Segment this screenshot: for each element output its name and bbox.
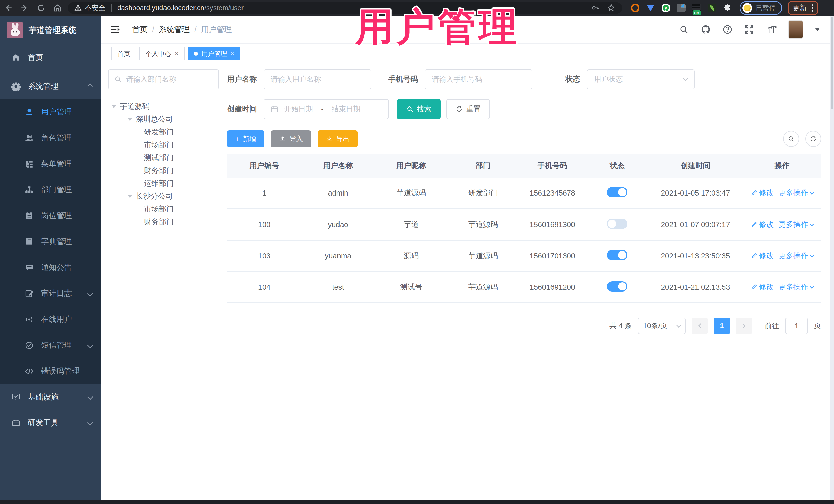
- tree-node[interactable]: 市场部门: [108, 138, 219, 151]
- user-avatar[interactable]: [788, 20, 803, 39]
- goto-page-input[interactable]: 1: [785, 318, 808, 334]
- tab-profile[interactable]: 个人中心 ×: [139, 47, 184, 60]
- edit-link[interactable]: 修改: [751, 251, 774, 261]
- tab-user-mgmt[interactable]: 用户管理 ×: [188, 47, 240, 60]
- tab-close-icon[interactable]: ×: [231, 50, 234, 57]
- bookmark-star-icon[interactable]: [607, 4, 615, 12]
- extension-orange-icon[interactable]: [631, 4, 639, 12]
- breadcrumb-home[interactable]: 首页: [132, 24, 148, 35]
- browser-update-button[interactable]: 更新: [788, 1, 818, 15]
- refresh-table-button[interactable]: [805, 131, 821, 147]
- page-size-select[interactable]: 10条/页: [638, 318, 686, 334]
- status-toggle[interactable]: [607, 187, 628, 197]
- sidebar-item-role-mgmt[interactable]: 角色管理: [0, 125, 101, 151]
- import-button[interactable]: 导入: [271, 130, 311, 147]
- sidebar-item-errcode-mgmt[interactable]: 错误码管理: [0, 358, 101, 384]
- toggle-search-button[interactable]: [783, 131, 799, 147]
- sidebar-item-online-users[interactable]: 在线用户: [0, 306, 101, 332]
- scrollbar-thumb[interactable]: [831, 17, 833, 109]
- browser-back-button[interactable]: [0, 4, 17, 12]
- help-icon[interactable]: [723, 25, 732, 35]
- extension-grid-icon[interactable]: [677, 4, 686, 12]
- sidebar-item-audit-log[interactable]: 审计日志: [0, 281, 101, 306]
- edit-link[interactable]: 修改: [751, 219, 774, 230]
- browser-home-button[interactable]: [49, 4, 66, 12]
- status-toggle[interactable]: [607, 281, 628, 291]
- sidebar-item-home[interactable]: 首页: [0, 45, 101, 70]
- search-button[interactable]: 搜索: [397, 99, 441, 119]
- sidebar-collapse-button[interactable]: [111, 25, 122, 35]
- extension-gem-icon[interactable]: [646, 4, 655, 12]
- sidebar-item-notice[interactable]: 通知公告: [0, 255, 101, 281]
- tree-node[interactable]: 市场部门: [108, 203, 219, 216]
- add-button[interactable]: + 新增: [227, 130, 264, 147]
- prev-page-button[interactable]: [692, 318, 708, 334]
- tree-node-label: 市场部门: [144, 204, 174, 214]
- sidebar-item-dept-mgmt[interactable]: 部门管理: [0, 177, 101, 203]
- browser-forward-button[interactable]: [17, 4, 33, 12]
- mobile-input[interactable]: 请输入手机号码: [425, 69, 532, 89]
- extension-leaf-icon[interactable]: [708, 4, 717, 12]
- tree-node[interactable]: 运维部门: [108, 177, 219, 190]
- sidebar-item-sms-mgmt[interactable]: 短信管理: [0, 332, 101, 358]
- security-indicator[interactable]: 不安全: [74, 3, 106, 13]
- browser-reload-button[interactable]: [33, 4, 49, 12]
- tab-close-icon[interactable]: ×: [175, 50, 178, 57]
- github-icon[interactable]: [701, 24, 711, 35]
- dept-search-input[interactable]: 请输入部门名称: [108, 69, 219, 89]
- caret-down-icon[interactable]: [112, 105, 116, 108]
- sidebar-item-system[interactable]: 系统管理: [0, 73, 101, 99]
- reset-button-label: 重置: [466, 104, 481, 114]
- edit-link[interactable]: 修改: [751, 282, 774, 292]
- more-actions-link[interactable]: 更多操作: [778, 251, 813, 261]
- status-toggle[interactable]: [607, 250, 628, 260]
- sidebar-item-dict-mgmt[interactable]: 字典管理: [0, 229, 101, 255]
- sidebar-item-post-mgmt[interactable]: 岗位管理: [0, 203, 101, 229]
- vertical-scrollbar[interactable]: [830, 16, 834, 500]
- font-size-icon[interactable]: [766, 25, 776, 35]
- tree-node[interactable]: 芋道源码: [108, 100, 219, 113]
- sidebar-item-label: 字典管理: [41, 236, 72, 247]
- sidebar-item-user-mgmt[interactable]: 用户管理: [0, 99, 101, 125]
- tree-node[interactable]: 测试部门: [108, 151, 219, 164]
- tree-node[interactable]: 深圳总公司: [108, 113, 219, 126]
- reset-button[interactable]: 重置: [446, 99, 490, 119]
- more-actions-link[interactable]: 更多操作: [778, 219, 813, 230]
- status-select[interactable]: 用户状态: [587, 69, 695, 89]
- table-header-row: 用户编号 用户名称 用户昵称 部门 手机号码 状态 创建时间 操作: [227, 154, 821, 178]
- app-logo[interactable]: 芋道管理系统: [0, 16, 101, 45]
- avatar-caret-icon[interactable]: [815, 28, 820, 31]
- export-button[interactable]: 导出: [318, 130, 358, 147]
- edit-link[interactable]: 修改: [751, 188, 774, 198]
- tab-home[interactable]: 首页: [111, 47, 136, 60]
- fullscreen-icon[interactable]: [744, 25, 754, 35]
- extension-puzzle-icon[interactable]: [723, 4, 732, 12]
- col-status: 状态: [586, 154, 648, 178]
- caret-down-icon[interactable]: [128, 195, 132, 198]
- browser-menu-icon[interactable]: [812, 4, 813, 12]
- date-range-input[interactable]: 开始日期 - 结束日期: [264, 99, 389, 119]
- extension-green-icon[interactable]: y: [662, 4, 670, 12]
- sidebar-item-devtools[interactable]: 研发工具: [0, 410, 101, 436]
- sidebar-item-label: 在线用户: [41, 314, 72, 325]
- status-toggle[interactable]: [607, 219, 628, 229]
- sidebar-item-menu-mgmt[interactable]: 菜单管理: [0, 151, 101, 177]
- tree-node[interactable]: 研发部门: [108, 126, 219, 138]
- search-icon[interactable]: [679, 25, 689, 35]
- key-icon[interactable]: [591, 4, 599, 12]
- tree-node[interactable]: 财务部门: [108, 164, 219, 177]
- tree-node[interactable]: 长沙分公司: [108, 190, 219, 203]
- breadcrumb-system[interactable]: 系统管理: [159, 24, 190, 35]
- username-input[interactable]: 请输入用户名称: [264, 69, 371, 89]
- extension-tabs-icon[interactable]: on: [692, 4, 701, 12]
- tree-node[interactable]: 财务部门: [108, 216, 219, 228]
- url-bar[interactable]: 不安全 dashboard.yudao.iocoder.cn/system/us…: [68, 2, 622, 14]
- current-page-button[interactable]: 1: [714, 318, 730, 334]
- next-page-button[interactable]: [736, 318, 752, 334]
- more-actions-link[interactable]: 更多操作: [778, 282, 813, 292]
- browser-profile-badge[interactable]: 已暂停: [740, 1, 782, 15]
- sidebar-item-infra[interactable]: 基础设施: [0, 384, 101, 410]
- more-actions-link[interactable]: 更多操作: [778, 188, 813, 198]
- cell-dept: 芋道源码: [448, 240, 518, 271]
- caret-down-icon[interactable]: [128, 118, 132, 121]
